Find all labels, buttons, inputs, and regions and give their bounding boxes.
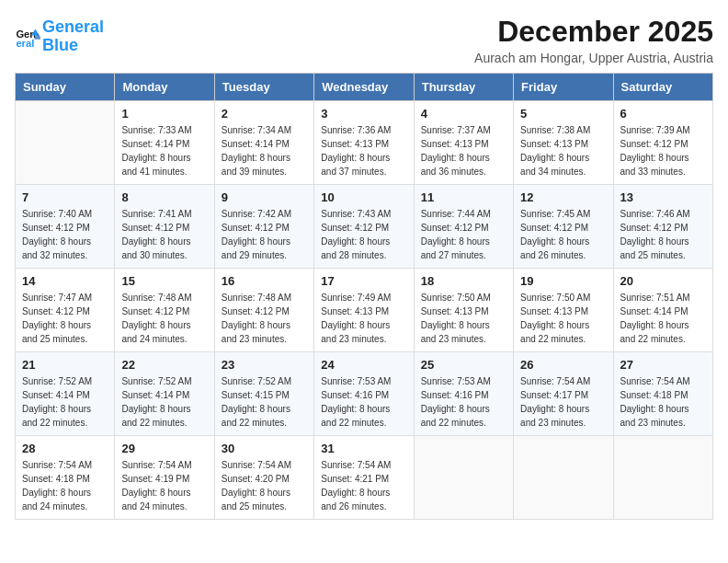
calendar-header-row: Sunday Monday Tuesday Wednesday Thursday… [16, 74, 713, 101]
day-info: Sunrise: 7:49 AMSunset: 4:13 PMDaylight:… [321, 291, 406, 346]
month-title: December 2025 [474, 15, 713, 49]
cell-w1-d3: 3 Sunrise: 7:36 AMSunset: 4:13 PMDayligh… [314, 101, 414, 185]
cell-w4-d1: 22 Sunrise: 7:52 AMSunset: 4:14 PMDaylig… [115, 352, 214, 436]
week-row-2: 7 Sunrise: 7:40 AMSunset: 4:12 PMDayligh… [16, 185, 713, 269]
week-row-5: 28 Sunrise: 7:54 AMSunset: 4:18 PMDaylig… [16, 436, 713, 520]
cell-w5-d0: 28 Sunrise: 7:54 AMSunset: 4:18 PMDaylig… [16, 436, 115, 520]
day-info: Sunrise: 7:53 AMSunset: 4:16 PMDaylight:… [421, 374, 506, 430]
day-number: 18 [421, 274, 506, 288]
day-info: Sunrise: 7:51 AMSunset: 4:14 PMDaylight:… [620, 291, 706, 346]
logo-text-line1: General [42, 18, 104, 37]
cell-w4-d2: 23 Sunrise: 7:52 AMSunset: 4:15 PMDaylig… [214, 352, 313, 436]
cell-w3-d4: 18 Sunrise: 7:50 AMSunset: 4:13 PMDaylig… [414, 269, 513, 352]
day-number: 30 [222, 442, 307, 455]
cell-w5-d2: 30 Sunrise: 7:54 AMSunset: 4:20 PMDaylig… [214, 436, 313, 520]
day-number: 1 [121, 107, 207, 121]
cell-w5-d1: 29 Sunrise: 7:54 AMSunset: 4:19 PMDaylig… [115, 436, 214, 520]
day-number: 14 [22, 274, 108, 288]
page-header: Gen eral General Blue December 2025 Aura… [15, 15, 713, 65]
cell-w3-d6: 20 Sunrise: 7:51 AMSunset: 4:14 PMDaylig… [613, 269, 712, 352]
cell-w3-d0: 14 Sunrise: 7:47 AMSunset: 4:12 PMDaylig… [16, 269, 115, 352]
day-number: 11 [421, 190, 506, 204]
week-row-3: 14 Sunrise: 7:47 AMSunset: 4:12 PMDaylig… [16, 269, 713, 352]
day-number: 7 [22, 190, 108, 204]
day-info: Sunrise: 7:54 AMSunset: 4:18 PMDaylight:… [22, 458, 108, 513]
cell-w4-d5: 26 Sunrise: 7:54 AMSunset: 4:17 PMDaylig… [514, 352, 613, 436]
day-number: 16 [222, 274, 307, 288]
day-info: Sunrise: 7:41 AMSunset: 4:12 PMDaylight:… [121, 207, 207, 262]
cell-w4-d4: 25 Sunrise: 7:53 AMSunset: 4:16 PMDaylig… [414, 352, 513, 436]
cell-w5-d5 [514, 436, 613, 520]
day-number: 4 [421, 107, 506, 121]
day-number: 22 [121, 358, 207, 372]
day-number: 3 [321, 107, 406, 121]
col-monday: Monday [115, 74, 214, 101]
day-info: Sunrise: 7:47 AMSunset: 4:12 PMDaylight:… [22, 291, 108, 346]
day-number: 5 [520, 107, 606, 121]
cell-w2-d0: 7 Sunrise: 7:40 AMSunset: 4:12 PMDayligh… [16, 185, 115, 269]
location-subtitle: Aurach am Hongar, Upper Austria, Austria [474, 51, 713, 65]
day-info: Sunrise: 7:54 AMSunset: 4:18 PMDaylight:… [620, 374, 706, 430]
day-info: Sunrise: 7:40 AMSunset: 4:12 PMDaylight:… [22, 207, 108, 262]
week-row-1: 1 Sunrise: 7:33 AMSunset: 4:14 PMDayligh… [16, 101, 713, 185]
cell-w3-d3: 17 Sunrise: 7:49 AMSunset: 4:13 PMDaylig… [314, 269, 414, 352]
day-info: Sunrise: 7:48 AMSunset: 4:12 PMDaylight:… [222, 291, 307, 346]
cell-w4-d6: 27 Sunrise: 7:54 AMSunset: 4:18 PMDaylig… [613, 352, 712, 436]
cell-w1-d2: 2 Sunrise: 7:34 AMSunset: 4:14 PMDayligh… [214, 101, 313, 185]
cell-w1-d0 [16, 101, 115, 185]
day-number: 26 [520, 358, 606, 372]
day-number: 31 [321, 442, 406, 455]
cell-w4-d0: 21 Sunrise: 7:52 AMSunset: 4:14 PMDaylig… [16, 352, 115, 436]
day-info: Sunrise: 7:52 AMSunset: 4:15 PMDaylight:… [222, 374, 307, 430]
logo-icon: Gen eral [15, 24, 40, 50]
day-number: 9 [222, 190, 307, 204]
day-info: Sunrise: 7:54 AMSunset: 4:20 PMDaylight:… [222, 458, 307, 513]
col-friday: Friday [514, 74, 613, 101]
day-info: Sunrise: 7:54 AMSunset: 4:21 PMDaylight:… [321, 458, 406, 513]
cell-w5-d3: 31 Sunrise: 7:54 AMSunset: 4:21 PMDaylig… [314, 436, 414, 520]
col-sunday: Sunday [16, 74, 115, 101]
col-wednesday: Wednesday [314, 74, 414, 101]
cell-w5-d6 [613, 436, 712, 520]
col-saturday: Saturday [613, 74, 712, 101]
day-info: Sunrise: 7:45 AMSunset: 4:12 PMDaylight:… [520, 207, 606, 262]
day-number: 29 [121, 442, 207, 455]
week-row-4: 21 Sunrise: 7:52 AMSunset: 4:14 PMDaylig… [16, 352, 713, 436]
day-number: 20 [620, 274, 706, 288]
day-info: Sunrise: 7:37 AMSunset: 4:13 PMDaylight:… [421, 123, 506, 178]
cell-w1-d4: 4 Sunrise: 7:37 AMSunset: 4:13 PMDayligh… [414, 101, 513, 185]
day-number: 13 [620, 190, 706, 204]
day-info: Sunrise: 7:52 AMSunset: 4:14 PMDaylight:… [121, 374, 207, 430]
logo: Gen eral General Blue [15, 18, 104, 55]
cell-w1-d6: 6 Sunrise: 7:39 AMSunset: 4:12 PMDayligh… [613, 101, 712, 185]
day-number: 2 [222, 107, 307, 121]
logo-text-line2: Blue [42, 37, 104, 55]
day-number: 6 [620, 107, 706, 121]
day-info: Sunrise: 7:48 AMSunset: 4:12 PMDaylight:… [121, 291, 207, 346]
cell-w3-d1: 15 Sunrise: 7:48 AMSunset: 4:12 PMDaylig… [115, 269, 214, 352]
day-info: Sunrise: 7:50 AMSunset: 4:13 PMDaylight:… [421, 291, 506, 346]
day-number: 8 [121, 190, 207, 204]
day-info: Sunrise: 7:52 AMSunset: 4:14 PMDaylight:… [22, 374, 108, 430]
cell-w2-d2: 9 Sunrise: 7:42 AMSunset: 4:12 PMDayligh… [214, 185, 313, 269]
cell-w3-d2: 16 Sunrise: 7:48 AMSunset: 4:12 PMDaylig… [214, 269, 313, 352]
cell-w2-d6: 13 Sunrise: 7:46 AMSunset: 4:12 PMDaylig… [613, 185, 712, 269]
cell-w1-d5: 5 Sunrise: 7:38 AMSunset: 4:13 PMDayligh… [514, 101, 613, 185]
day-info: Sunrise: 7:42 AMSunset: 4:12 PMDaylight:… [222, 207, 307, 262]
day-info: Sunrise: 7:46 AMSunset: 4:12 PMDaylight:… [620, 207, 706, 262]
col-thursday: Thursday [414, 74, 513, 101]
day-info: Sunrise: 7:54 AMSunset: 4:19 PMDaylight:… [121, 458, 207, 513]
day-number: 24 [321, 358, 406, 372]
day-info: Sunrise: 7:50 AMSunset: 4:13 PMDaylight:… [520, 291, 606, 346]
day-number: 10 [321, 190, 406, 204]
day-number: 19 [520, 274, 606, 288]
col-tuesday: Tuesday [214, 74, 313, 101]
day-info: Sunrise: 7:34 AMSunset: 4:14 PMDaylight:… [222, 123, 307, 178]
day-info: Sunrise: 7:38 AMSunset: 4:13 PMDaylight:… [520, 123, 606, 178]
day-info: Sunrise: 7:44 AMSunset: 4:12 PMDaylight:… [421, 207, 506, 262]
cell-w2-d5: 12 Sunrise: 7:45 AMSunset: 4:12 PMDaylig… [514, 185, 613, 269]
day-info: Sunrise: 7:36 AMSunset: 4:13 PMDaylight:… [321, 123, 406, 178]
day-number: 23 [222, 358, 307, 372]
day-info: Sunrise: 7:53 AMSunset: 4:16 PMDaylight:… [321, 374, 406, 430]
cell-w5-d4 [414, 436, 513, 520]
